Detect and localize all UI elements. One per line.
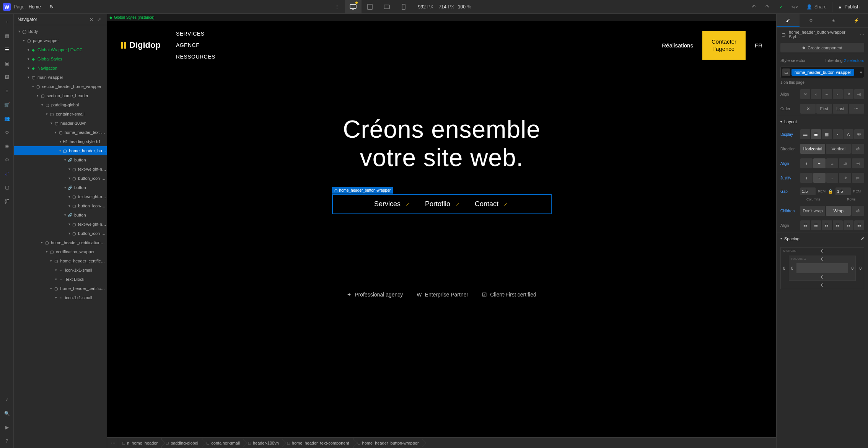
chevron-down-icon[interactable]: ▾ (860, 70, 862, 75)
align-content-start[interactable]: ☷ (800, 220, 810, 230)
canvas[interactable]: Digidop SERVICES AGENCE RESSOURCES Réali… (107, 21, 776, 437)
braces-icon[interactable]: {F (0, 194, 14, 208)
code-icon[interactable]: </> (789, 2, 801, 11)
video-icon[interactable]: ▶ (0, 420, 14, 434)
direction-vertical[interactable]: Vertical (826, 144, 851, 154)
help-icon[interactable]: ? (0, 434, 14, 448)
hero-button[interactable]: Portoflio→ (425, 200, 461, 208)
nav-agence[interactable]: AGENCE (176, 40, 215, 51)
align-content-around[interactable]: ☷ (854, 220, 864, 230)
navigator-tree[interactable]: ▾◯Body▾▢page-wrapper▾◆Global Wrapper | F… (14, 25, 107, 448)
selector-input[interactable]: ▭ home_header_button-wrapper ▾ (780, 67, 864, 78)
audit-icon[interactable]: ✓ (0, 393, 14, 407)
tree-node[interactable]: ▾🔗button (14, 155, 107, 165)
tree-node[interactable]: ▾🔗button (14, 210, 107, 220)
nav-lang[interactable]: FR (755, 42, 762, 49)
wrap-wrap[interactable]: Wrap (826, 206, 851, 216)
spacing-editor[interactable]: MARGIN 0 0 0 0 PADDING 0 0 0 0 (780, 247, 864, 289)
direction-horizontal[interactable]: Horizontal (800, 144, 825, 154)
gap-row-input[interactable] (835, 187, 851, 195)
refresh-icon[interactable]: ↻ (47, 2, 56, 11)
align-items-start[interactable]: ⫞ (800, 158, 813, 168)
align-content-center[interactable]: ☷ (811, 220, 821, 230)
tree-node[interactable]: ▾▢button_icon-arro (14, 229, 107, 238)
display-inline-block[interactable]: ▪ (833, 129, 843, 139)
margin-top[interactable]: 0 (821, 249, 824, 253)
tree-node[interactable]: ▾▫icon-1x1-small (14, 266, 107, 275)
viewport-tablet[interactable] (362, 0, 378, 14)
wrap-none[interactable]: Don't wrap (800, 206, 825, 216)
order-reset[interactable]: ✕ (800, 104, 816, 114)
hero-buttons[interactable]: ▢home_header_button-wrapper Services→Por… (333, 195, 551, 213)
viewport-mobile[interactable] (395, 0, 412, 14)
pages-icon[interactable]: ▤ (0, 29, 14, 43)
margin-right[interactable]: 0 (859, 266, 861, 270)
display-block[interactable]: ▬ (800, 129, 810, 139)
breadcrumb-item[interactable]: ▢padding-global (161, 438, 202, 448)
align-content-between[interactable]: ☷ (844, 220, 853, 230)
breadcrumb-item[interactable]: ▢home_header_text-component (283, 438, 353, 448)
tree-node[interactable]: ▾▢text-weight-norm (14, 220, 107, 229)
tree-node[interactable]: ▾▢home_header_button (14, 146, 107, 155)
publish-button[interactable]: ▲Publish (832, 2, 865, 12)
tree-node[interactable]: ▾▢home_header_text-com (14, 128, 107, 137)
align-items-center[interactable]: ⫟ (813, 158, 826, 168)
tree-node[interactable]: ▾▢header-100vh (14, 119, 107, 128)
redo-icon[interactable]: ↷ (761, 2, 774, 11)
direction-reverse[interactable]: ⇄ (852, 144, 864, 154)
logic-icon[interactable]: ⚙ (0, 125, 14, 139)
display-none[interactable]: 👁 (854, 129, 864, 139)
tree-node[interactable]: ▾🔗button (14, 183, 107, 192)
tree-node[interactable]: ▾▫icon-1x1-small (14, 293, 107, 302)
settings-icon[interactable]: ⚙ (0, 153, 14, 167)
box-icon[interactable]: ▢ (0, 181, 14, 194)
tree-node[interactable]: ▾▢text-weight-norm (14, 192, 107, 201)
tree-node[interactable]: ▾▢container-small (14, 109, 107, 119)
hero-button[interactable]: Services→ (374, 200, 411, 208)
nav-cta[interactable]: Contacterl'agence (702, 31, 746, 60)
align-center[interactable]: ⫟ (822, 89, 832, 99)
nav-services[interactable]: SERVICES (176, 28, 215, 39)
order-last[interactable]: Last (833, 104, 848, 114)
ecommerce-icon[interactable]: 🛒 (0, 98, 14, 112)
viewport-desktop[interactable] (345, 0, 362, 14)
justify-center[interactable]: ⫟ (813, 173, 826, 183)
share-button[interactable]: 👤Share (803, 3, 831, 11)
breadcrumb-more-icon[interactable]: ⋯ (109, 440, 118, 446)
instance-indicator[interactable]: ◆ Global Styles (instance) (107, 14, 776, 21)
viewport-mobile-landscape[interactable] (378, 0, 395, 14)
layout-section[interactable]: ▾Layout (777, 116, 868, 127)
settings-tab[interactable]: ⚙ (800, 14, 822, 27)
tree-node[interactable]: ▾▢section_home_header (14, 91, 107, 100)
margin-left[interactable]: 0 (783, 266, 785, 270)
tree-node[interactable]: ▾▢page-wrapper (14, 36, 107, 45)
breadcrumb-item[interactable]: ▢header-100vh (244, 438, 283, 448)
nav-realisations[interactable]: Réalisations (662, 42, 693, 49)
tree-node[interactable]: ▾◆Global Wrapper | Fs-CC (14, 45, 107, 54)
gap-lock-icon[interactable]: 🔒 (828, 189, 833, 194)
breadcrumb-item[interactable]: ▢n_home_header (118, 438, 161, 448)
align-start[interactable]: ⫞ (811, 89, 821, 99)
align-baseline[interactable]: ⫣ (854, 89, 864, 99)
close-icon[interactable]: ✕ (88, 16, 95, 23)
create-component-button[interactable]: ◆ Create component (780, 43, 864, 52)
display-inline[interactable]: A (844, 129, 853, 139)
align-end[interactable]: ⫠ (833, 89, 843, 99)
tree-node[interactable]: ▾▢main-wrapper (14, 73, 107, 82)
flow-icon[interactable]: ᔑ (0, 167, 14, 181)
padding-top[interactable]: 0 (821, 257, 824, 261)
tree-node[interactable]: ▾▢home_header_certificatio (14, 284, 107, 293)
tree-node[interactable]: ▾▫Text Block (14, 275, 107, 284)
justify-end[interactable]: ⫠ (826, 173, 839, 183)
order-first[interactable]: First (816, 104, 832, 114)
hero-heading[interactable]: Créons ensemblevotre site web. (122, 116, 761, 172)
margin-bottom[interactable]: 0 (821, 283, 824, 287)
tree-node[interactable]: ▾◆Navigation (14, 64, 107, 73)
tree-node[interactable]: ▾▢certification_wrapper (14, 247, 107, 256)
justify-start[interactable]: ⫞ (800, 173, 813, 183)
cms-icon[interactable]: ≡ (0, 84, 14, 98)
interactions-tab[interactable]: ⚡ (845, 14, 868, 27)
assets-icon[interactable]: 🖼 (0, 70, 14, 84)
undo-icon[interactable]: ↶ (747, 2, 760, 11)
effects-tab[interactable]: ◈ (822, 14, 845, 27)
